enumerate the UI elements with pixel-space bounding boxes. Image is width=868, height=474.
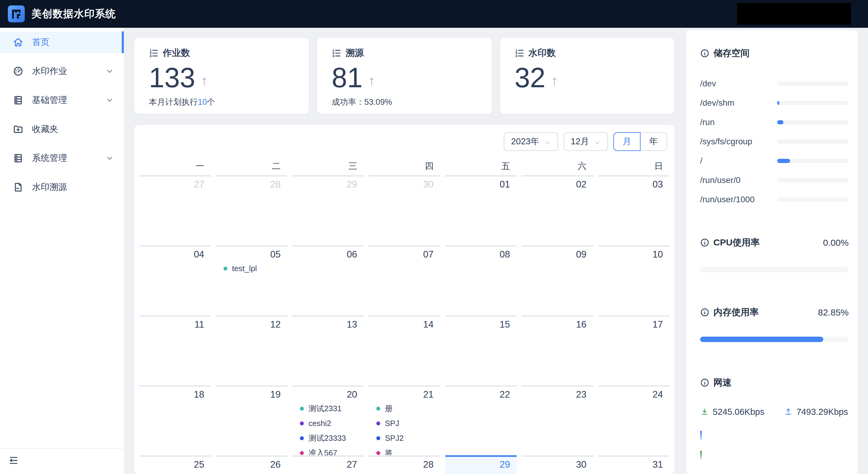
storage-row: /run/user/0 [700,170,849,190]
calendar-day-cell[interactable]: 13 [292,315,364,385]
calendar-day-cell[interactable]: 12 [216,315,287,385]
calendar-day-cell[interactable]: 27 [139,175,211,245]
trend-up-icon: ↑ [368,72,375,89]
storage-usage-bar [777,178,849,182]
calendar-day-cell[interactable]: 01 [445,175,517,245]
calendar-event[interactable]: ceshi2 [300,416,364,431]
calendar-day-cell[interactable]: 05 test_lpl [216,245,287,315]
sidebar-item-label: 首页 [32,36,50,48]
day-number: 30 [369,177,440,191]
mount-point-label: /run [700,118,715,127]
event-label: 测试23333 [308,433,346,443]
calendar-day-cell[interactable]: 18 [139,385,211,455]
calendar-day-cell[interactable]: 11 [139,315,211,385]
cpu-section-title: CPU使用率 [700,236,760,249]
calendar-day-cell[interactable]: 10 [598,245,670,315]
stat-card-title: 水印数 [529,47,556,59]
calendar-day-cell[interactable]: 19 [216,385,287,455]
calendar-day-cell[interactable]: 27 [292,455,364,474]
download-speed: 5245.06Kbps [700,407,765,417]
month-select[interactable]: 12月 [564,132,608,151]
weekday-header: 五 [443,157,519,175]
cpu-usage-value: 0.00% [823,238,849,248]
calendar-day-cell[interactable]: 03 [598,175,670,245]
calendar-week-row: 181920 测试2331 ceshi2 测试23333 准入567 21 [137,385,672,455]
calendar-day-cell[interactable]: 02 [522,175,593,245]
sidebar-item-home[interactable]: 首页 [0,31,124,53]
event-dot-magenta [376,451,380,455]
calendar-week-row: 25262728293031 [137,455,672,474]
ordered-list-icon: 123 [515,48,524,58]
calendar-event[interactable]: SPJ [376,416,440,431]
event-dot-purple [376,421,380,425]
sidebar-item-favorites[interactable]: 收藏夹 [0,118,124,140]
day-number: 20 [292,387,364,401]
calendar-day-cell[interactable]: 22 [445,385,517,455]
event-dot-blue [300,436,304,440]
calendar-event[interactable]: 准入567 [300,446,364,455]
event-dot-teal [376,407,380,411]
calendar-mode-toggle: 月 年 [613,132,667,151]
day-events: test_lpl [216,261,287,276]
calendar-event[interactable]: 将 [376,446,440,455]
mount-point-label: /run/user/0 [700,176,741,185]
calendar-event[interactable]: 册 [376,401,440,416]
stat-subtitle-part: 个 [207,97,215,106]
calendar-day-cell[interactable]: 16 [522,315,593,385]
day-number: 26 [216,457,287,471]
calendar-event[interactable]: SPJ2 [376,431,440,446]
storage-usage-bar [777,197,849,202]
mode-month-button[interactable]: 月 [613,132,641,151]
stat-card-title: 溯源 [345,47,364,59]
day-number: 28 [369,457,440,471]
calendar-day-cell[interactable]: 29 [292,175,364,245]
calendar-day-cell[interactable]: 14 [369,315,440,385]
event-label: SPJ [385,419,399,428]
calendar-day-cell[interactable]: 09 [522,245,593,315]
calendar-day-cell[interactable]: 23 [522,385,593,455]
day-number: 11 [139,317,211,331]
calendar-day-cell[interactable]: 31 [598,455,670,474]
storage-usage-bar [777,159,849,163]
calendar-day-cell[interactable]: 21 册 SPJ SPJ2 将 [369,385,440,455]
calendar-day-cell[interactable]: 28 [369,455,440,474]
calendar-day-cell[interactable]: 25 [139,455,211,474]
stat-subtitle-part: 本月计划执行 [149,97,198,106]
calendar-event[interactable]: 测试2331 [300,401,364,416]
svg-text:3: 3 [333,54,334,57]
year-select[interactable]: 2023年 [504,132,558,151]
calendar-day-cell[interactable]: 26 [216,455,287,474]
calendar-day-cell[interactable]: 15 [445,315,517,385]
sidebar-item-basic-mgmt[interactable]: 基础管理 [0,89,124,111]
calendar-event[interactable]: test_lpl [223,261,287,276]
day-number: 30 [522,457,593,471]
storage-row: /dev/shm [700,93,849,113]
calendar-day-cell[interactable]: 07 [369,245,440,315]
stat-card-subtitle: 成功率：53.09% [332,97,480,107]
calendar-day-cell[interactable]: 29 [445,455,517,474]
sidebar-item-watermark-jobs[interactable]: 水印作业 [0,60,124,82]
sidebar-item-label: 基础管理 [32,94,67,106]
calendar-day-cell[interactable]: 08 [445,245,517,315]
stat-card-jobs: 123 作业数 133 ↑ 本月计划执行10个 [134,38,309,114]
day-number: 24 [598,387,670,401]
calendar-day-cell[interactable]: 30 [522,455,593,474]
calendar-day-cell[interactable]: 20 测试2331 ceshi2 测试23333 准入567 [292,385,364,455]
folder-add-icon [13,124,24,135]
calendar-week-row: 0405 test_lpl 0607080910 [137,245,672,315]
day-number: 03 [598,177,670,191]
calendar-day-cell[interactable]: 28 [216,175,287,245]
calendar-day-cell[interactable]: 06 [292,245,364,315]
sidebar-item-system-mgmt[interactable]: 系统管理 [0,147,124,169]
calendar-day-cell[interactable]: 17 [598,315,670,385]
mode-year-button[interactable]: 年 [640,132,667,151]
sidebar-item-watermark-trace[interactable]: 水印溯源 [0,176,124,198]
calendar-day-cell[interactable]: 04 [139,245,211,315]
calendar-day-cell[interactable]: 30 [369,175,440,245]
calendar-day-cell[interactable]: 24 [598,385,670,455]
database-icon [13,95,24,106]
menu-fold-icon[interactable] [8,455,19,466]
upload-icon [784,408,793,417]
calendar-event[interactable]: 测试23333 [300,431,364,446]
cpu-usage-bar [700,267,849,272]
